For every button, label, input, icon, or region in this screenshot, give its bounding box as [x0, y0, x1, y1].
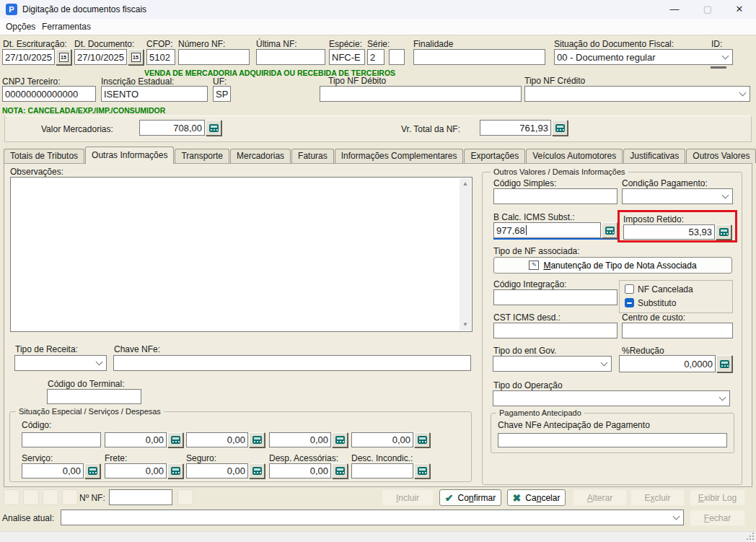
menu-ferramentas[interactable]: Ferramentas — [42, 22, 91, 32]
valor-especial-field-3[interactable]: 0,00 — [269, 432, 348, 447]
tipo-nf-debito-field[interactable] — [320, 86, 522, 102]
scrollbar[interactable]: ▲ ▼ — [460, 178, 471, 331]
n-nf-field[interactable] — [109, 489, 172, 505]
inscricao-estadual-field[interactable]: ISENTO — [101, 86, 208, 102]
valor-especial-field-2[interactable]: 0,00 — [186, 432, 265, 447]
fechar-button[interactable]: Fechar — [690, 510, 745, 526]
substituto-checkbox[interactable] — [625, 298, 634, 307]
numero-nf-field[interactable] — [178, 49, 250, 65]
nav-button-1[interactable] — [4, 489, 19, 505]
cst-icms-desd-field[interactable] — [493, 323, 617, 338]
nav-button-5[interactable] — [177, 489, 193, 505]
tipo-operacao-dropdown[interactable] — [493, 390, 730, 406]
chevron-down-icon — [722, 53, 729, 60]
calculator-button[interactable] — [716, 355, 732, 372]
confirmar-button[interactable]: ✔ Confirmar — [439, 489, 501, 506]
maximize-button[interactable]: ▢ — [691, 0, 724, 19]
nav-button-2[interactable] — [23, 489, 39, 505]
calculator-button[interactable] — [167, 463, 183, 478]
nav-button-4[interactable] — [62, 489, 78, 505]
subserie-field[interactable] — [389, 49, 405, 65]
codigo-field[interactable] — [22, 432, 101, 447]
serie-field[interactable]: 2 — [367, 49, 384, 65]
manutencao-tipo-nota-button[interactable]: ✎ Manutenção de Tipo de Nota Associada — [493, 257, 732, 274]
calculator-button[interactable] — [167, 432, 183, 447]
calendar-button[interactable]: 15 — [56, 49, 71, 65]
codigo-integracao-field[interactable] — [493, 289, 617, 305]
resize-grip-icon[interactable] — [752, 533, 754, 534]
calculator-button[interactable] — [552, 120, 568, 136]
alterar-button[interactable]: Alterar — [573, 489, 627, 506]
calculator-button[interactable] — [206, 120, 221, 136]
ultima-nf-field[interactable] — [256, 49, 325, 65]
uf-field[interactable]: SP — [213, 86, 231, 102]
reducao-field[interactable]: 0,0000 — [619, 355, 732, 372]
tab-mercadorias[interactable]: Mercadorias — [230, 149, 291, 163]
tab-faturas[interactable]: Faturas — [291, 149, 334, 163]
calculator-button[interactable] — [716, 224, 731, 240]
situacao-dropdown[interactable]: 00 - Documento regular — [554, 49, 733, 65]
servico-label: Serviço: — [22, 453, 53, 463]
tab-veiculos-automotores[interactable]: Veículos Automotores — [526, 149, 623, 163]
cfop-field[interactable]: 5102 — [146, 49, 175, 65]
tab-transporte[interactable]: Transporte — [175, 149, 229, 163]
b-calc-icms-subst-field[interactable]: 977,68 — [493, 222, 617, 240]
tab-justificativas[interactable]: Justificativas — [623, 149, 685, 163]
tipo-nf-credito-dropdown[interactable] — [524, 86, 750, 102]
especie-field[interactable]: NFC-E — [329, 49, 365, 65]
finalidade-field[interactable] — [413, 49, 545, 65]
seguro-field[interactable]: 0,00 — [186, 463, 265, 478]
calculator-button[interactable] — [332, 432, 348, 447]
scroll-down-icon[interactable]: ▼ — [460, 319, 471, 331]
scroll-up-icon[interactable]: ▲ — [460, 178, 471, 190]
menu-opcoes[interactable]: Opções — [6, 22, 35, 32]
observacoes-textarea[interactable]: ▲ ▼ — [10, 177, 472, 332]
nav-button-3[interactable] — [43, 489, 58, 505]
nf-cancelada-checkbox[interactable] — [625, 284, 634, 294]
n-nf-label: Nº NF: — [79, 493, 105, 503]
vr-total-nf-field[interactable]: 761,93 — [480, 120, 568, 136]
calculator-button[interactable] — [414, 432, 430, 447]
analise-atual-dropdown[interactable] — [61, 510, 684, 525]
calculator-button[interactable] — [332, 463, 348, 478]
calculator-button[interactable] — [249, 463, 265, 478]
exibir-log-button[interactable]: Exibir Log — [690, 489, 745, 506]
dt-escrituracao-field[interactable]: 27/10/2025 15 — [2, 49, 71, 65]
centro-custo-field[interactable] — [622, 323, 733, 338]
minimize-button[interactable]: — — [658, 0, 691, 19]
desp-acessorias-field[interactable]: 0,00 — [269, 463, 348, 478]
desc-incondic-field[interactable] — [351, 463, 430, 478]
frete-field[interactable]: 0,00 — [105, 463, 183, 478]
cancelar-button[interactable]: ✖ Cancelar — [507, 489, 566, 506]
codigo-terminal-field[interactable] — [47, 389, 141, 404]
tab-exportacoes[interactable]: Exportações — [464, 149, 525, 163]
valor-especial-field-1[interactable]: 0,00 — [105, 432, 183, 447]
tab-totais-de-tributos[interactable]: Totais de Tributos — [4, 149, 84, 163]
imposto-retido-field[interactable]: 53,93 — [623, 224, 731, 240]
app-window: P Digitação de documentos fiscais — ▢ ✕ … — [0, 0, 756, 542]
chave-nfe-field[interactable] — [113, 355, 471, 371]
calculator-button[interactable] — [84, 463, 100, 478]
close-button[interactable]: ✕ — [723, 0, 756, 19]
tipo-receita-dropdown[interactable] — [14, 355, 107, 371]
tab-informacoes-complementares[interactable]: Informações Complementares — [335, 149, 464, 163]
cnpj-terceiro-field[interactable]: 00000000000000 — [2, 86, 96, 102]
calculator-button[interactable] — [249, 432, 265, 447]
calendar-button[interactable]: 15 — [128, 49, 144, 65]
calculator-icon — [418, 467, 427, 475]
calculator-button[interactable] — [602, 222, 617, 238]
chave-nfe-antecipacao-field[interactable] — [498, 433, 727, 447]
servico-field[interactable]: 0,00 — [22, 463, 100, 478]
tab-outros-valores[interactable]: Outros Valores — [686, 149, 756, 163]
condicao-pagamento-dropdown[interactable] — [622, 188, 733, 204]
tab-outras-informacoes[interactable]: Outras Informações — [85, 147, 174, 164]
dt-documento-field[interactable]: 27/10/2025 15 — [74, 49, 144, 65]
x-icon: ✖ — [513, 492, 522, 504]
excluir-button[interactable]: Excluir — [630, 489, 685, 506]
valor-mercadorias-field[interactable]: 708,00 — [139, 120, 221, 136]
codigo-simples-field[interactable] — [493, 188, 617, 204]
valor-especial-field-4[interactable]: 0,00 — [351, 432, 430, 447]
tipo-ent-gov-dropdown[interactable] — [493, 356, 612, 372]
calculator-button[interactable] — [414, 463, 430, 478]
incluir-button[interactable]: Incluir — [382, 489, 434, 506]
